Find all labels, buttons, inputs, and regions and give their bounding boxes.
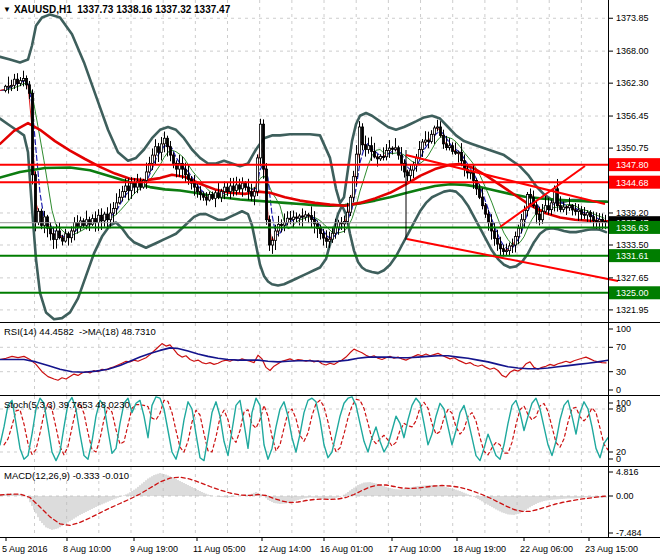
rsi-indicator-label: RSI(14) 44.4582 ->MA(18) 48.7310 xyxy=(4,326,156,338)
indicator-axes: 10070300100802004.8160.00-7.484 xyxy=(608,324,642,538)
svg-text:100: 100 xyxy=(616,324,631,334)
svg-text:1336.63: 1336.63 xyxy=(616,223,649,233)
svg-text:1356.45: 1356.45 xyxy=(616,111,649,121)
svg-text:70: 70 xyxy=(616,342,626,352)
svg-text:22 Aug 06:00: 22 Aug 06:00 xyxy=(520,544,573,554)
svg-text:4.816: 4.816 xyxy=(616,467,639,477)
svg-text:80: 80 xyxy=(616,404,626,414)
svg-text:17 Aug 10:00: 17 Aug 10:00 xyxy=(388,544,441,554)
svg-text:18 Aug 19:00: 18 Aug 19:00 xyxy=(453,544,506,554)
svg-text:8 Aug 10:00: 8 Aug 10:00 xyxy=(63,544,111,554)
macd-indicator-label: MACD(12,26,9) -0.333 -0.010 xyxy=(4,470,129,482)
trendlines-layer[interactable] xyxy=(406,150,618,281)
svg-text:30: 30 xyxy=(616,367,626,377)
svg-text:1325.00: 1325.00 xyxy=(616,288,649,298)
ohlc-values: 1337.73 1338.16 1337.32 1337.47 xyxy=(77,4,230,15)
time-axis[interactable]: 5 Aug 20168 Aug 10:009 Aug 19:0011 Aug 0… xyxy=(2,538,638,555)
mt4-chart-window: 1373.851368.001362.301356.451350.751339.… xyxy=(0,0,660,560)
svg-text:1321.95: 1321.95 xyxy=(616,305,649,315)
svg-text:1327.65: 1327.65 xyxy=(616,273,649,283)
svg-text:5 Aug 2016: 5 Aug 2016 xyxy=(2,544,48,554)
svg-text:1344.68: 1344.68 xyxy=(616,178,649,188)
svg-text:16 Aug 01:00: 16 Aug 01:00 xyxy=(320,544,373,554)
svg-text:1368.00: 1368.00 xyxy=(616,46,649,56)
svg-text:1333.50: 1333.50 xyxy=(616,240,649,250)
svg-text:23 Aug 15:00: 23 Aug 15:00 xyxy=(585,544,638,554)
symbol-period-label: XAUUSD,H1 xyxy=(14,4,72,15)
svg-text:11 Aug 05:00: 11 Aug 05:00 xyxy=(193,544,245,554)
svg-text:0.00: 0.00 xyxy=(616,491,634,501)
svg-text:9 Aug 19:00: 9 Aug 19:00 xyxy=(130,544,178,554)
svg-text:12 Aug 14:00: 12 Aug 14:00 xyxy=(258,544,311,554)
svg-text:1373.85: 1373.85 xyxy=(616,13,649,23)
svg-text:1347.80: 1347.80 xyxy=(616,160,649,170)
svg-text:1331.61: 1331.61 xyxy=(616,251,649,261)
price-axis[interactable]: 1373.851368.001362.301356.451350.751339.… xyxy=(608,13,660,315)
stoch-indicator-label: Stoch(5,3,3) 39.7653 48.0230 xyxy=(4,399,130,411)
svg-text:0: 0 xyxy=(616,454,621,464)
svg-text:1362.30: 1362.30 xyxy=(616,78,649,88)
svg-text:1350.75: 1350.75 xyxy=(616,143,649,153)
svg-text:-7.484: -7.484 xyxy=(616,528,642,538)
chart-title: ▼XAUUSD,H1 1337.73 1338.16 1337.32 1337.… xyxy=(3,4,230,16)
symbol-dropdown-icon[interactable]: ▼ xyxy=(3,4,11,16)
svg-text:0: 0 xyxy=(616,385,621,395)
